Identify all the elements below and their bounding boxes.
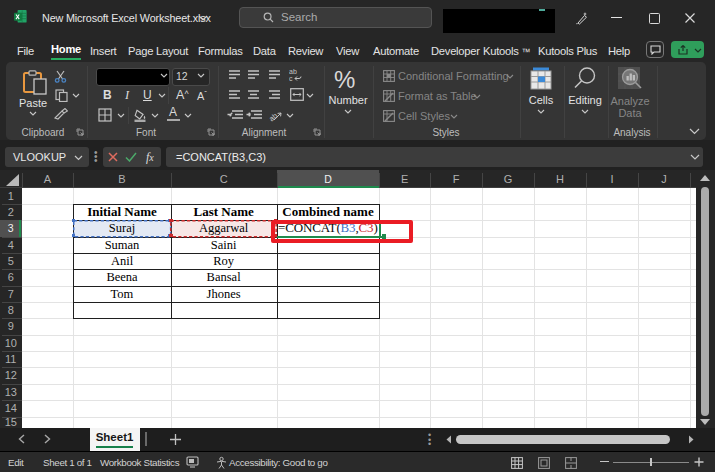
svg-text:ab: ab — [289, 68, 297, 75]
svg-text:c: c — [289, 75, 293, 82]
